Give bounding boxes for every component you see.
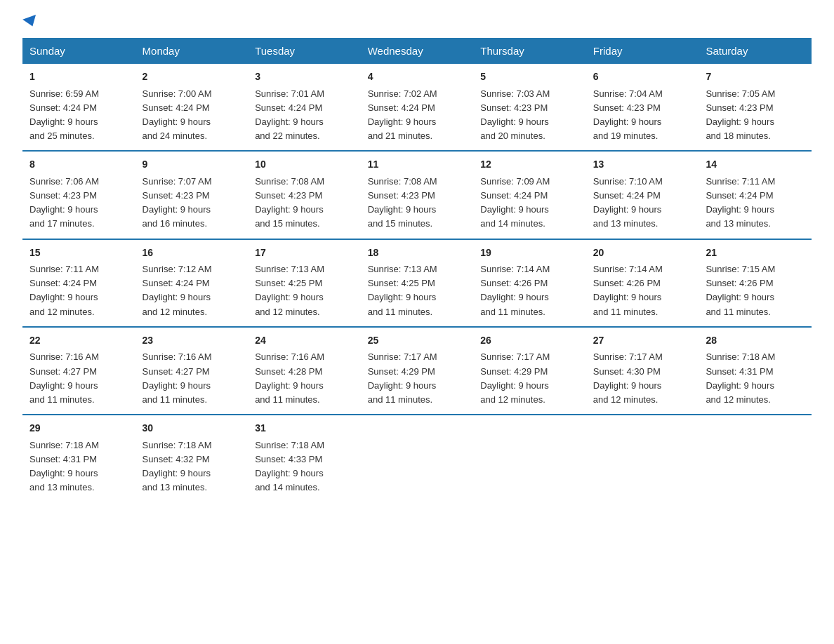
logo (22, 17, 39, 25)
day-header-wednesday: Wednesday (361, 38, 474, 64)
calendar-cell: 28Sunrise: 7:18 AMSunset: 4:31 PMDayligh… (699, 327, 812, 415)
logo-triangle-icon (22, 15, 39, 29)
calendar-table: SundayMondayTuesdayWednesdayThursdayFrid… (22, 38, 812, 502)
day-number: 20 (593, 246, 692, 261)
calendar-cell: 4Sunrise: 7:02 AMSunset: 4:24 PMDaylight… (361, 64, 474, 151)
calendar-cell: 7Sunrise: 7:05 AMSunset: 4:23 PMDaylight… (699, 64, 812, 151)
day-info: Sunrise: 7:10 AMSunset: 4:24 PMDaylight:… (593, 176, 663, 229)
day-number: 17 (255, 246, 354, 261)
day-number: 28 (706, 333, 805, 349)
day-number: 29 (29, 421, 128, 436)
day-header-saturday: Saturday (699, 38, 812, 64)
day-info: Sunrise: 7:08 AMSunset: 4:23 PMDaylight:… (368, 176, 437, 229)
calendar-cell: 5Sunrise: 7:03 AMSunset: 4:23 PMDaylight… (473, 64, 586, 151)
day-number: 8 (29, 157, 128, 173)
day-info: Sunrise: 6:59 AMSunset: 4:24 PMDaylight:… (29, 88, 99, 141)
day-info: Sunrise: 7:13 AMSunset: 4:25 PMDaylight:… (368, 264, 437, 316)
day-info: Sunrise: 7:01 AMSunset: 4:24 PMDaylight:… (255, 88, 324, 141)
calendar-cell: 17Sunrise: 7:13 AMSunset: 4:25 PMDayligh… (248, 239, 361, 327)
day-header-tuesday: Tuesday (248, 38, 361, 64)
day-number: 14 (706, 157, 805, 173)
calendar-cell: 9Sunrise: 7:07 AMSunset: 4:23 PMDaylight… (135, 151, 249, 239)
calendar-header-row: SundayMondayTuesdayWednesdayThursdayFrid… (22, 38, 812, 64)
calendar-cell: 25Sunrise: 7:17 AMSunset: 4:29 PMDayligh… (361, 327, 474, 415)
calendar-week-row: 15Sunrise: 7:11 AMSunset: 4:24 PMDayligh… (22, 239, 812, 327)
calendar-cell: 24Sunrise: 7:16 AMSunset: 4:28 PMDayligh… (248, 327, 361, 415)
day-info: Sunrise: 7:18 AMSunset: 4:31 PMDaylight:… (706, 351, 775, 404)
day-info: Sunrise: 7:18 AMSunset: 4:31 PMDaylight:… (29, 440, 99, 492)
calendar-cell: 15Sunrise: 7:11 AMSunset: 4:24 PMDayligh… (22, 239, 135, 327)
calendar-cell: 14Sunrise: 7:11 AMSunset: 4:24 PMDayligh… (699, 151, 812, 239)
calendar-cell: 19Sunrise: 7:14 AMSunset: 4:26 PMDayligh… (473, 239, 586, 327)
day-number: 26 (480, 333, 579, 349)
day-info: Sunrise: 7:02 AMSunset: 4:24 PMDaylight:… (368, 88, 437, 141)
day-number: 30 (143, 421, 241, 436)
calendar-week-row: 22Sunrise: 7:16 AMSunset: 4:27 PMDayligh… (22, 327, 812, 415)
day-info: Sunrise: 7:17 AMSunset: 4:29 PMDaylight:… (480, 351, 550, 404)
day-number: 3 (255, 69, 354, 85)
calendar-week-row: 29Sunrise: 7:18 AMSunset: 4:31 PMDayligh… (22, 415, 812, 502)
day-number: 16 (143, 246, 241, 261)
day-info: Sunrise: 7:12 AMSunset: 4:24 PMDaylight:… (143, 264, 212, 316)
day-info: Sunrise: 7:17 AMSunset: 4:29 PMDaylight:… (368, 351, 437, 404)
day-info: Sunrise: 7:15 AMSunset: 4:26 PMDaylight:… (706, 264, 775, 316)
day-header-thursday: Thursday (473, 38, 586, 64)
day-info: Sunrise: 7:18 AMSunset: 4:32 PMDaylight:… (143, 440, 212, 492)
day-number: 25 (368, 333, 467, 349)
calendar-cell (473, 415, 586, 502)
day-number: 19 (480, 246, 579, 261)
day-header-friday: Friday (586, 38, 699, 64)
calendar-cell: 23Sunrise: 7:16 AMSunset: 4:27 PMDayligh… (135, 327, 249, 415)
day-header-monday: Monday (135, 38, 249, 64)
calendar-cell: 8Sunrise: 7:06 AMSunset: 4:23 PMDaylight… (22, 151, 135, 239)
day-info: Sunrise: 7:18 AMSunset: 4:33 PMDaylight:… (255, 440, 324, 492)
day-number: 22 (29, 333, 128, 349)
day-number: 18 (368, 246, 467, 261)
calendar-week-row: 8Sunrise: 7:06 AMSunset: 4:23 PMDaylight… (22, 151, 812, 239)
day-info: Sunrise: 7:13 AMSunset: 4:25 PMDaylight:… (255, 264, 324, 316)
day-number: 27 (593, 333, 692, 349)
day-info: Sunrise: 7:16 AMSunset: 4:27 PMDaylight:… (143, 351, 212, 404)
calendar-cell (586, 415, 699, 502)
day-info: Sunrise: 7:03 AMSunset: 4:23 PMDaylight:… (480, 88, 550, 141)
day-info: Sunrise: 7:17 AMSunset: 4:30 PMDaylight:… (593, 351, 663, 404)
calendar-cell: 1Sunrise: 6:59 AMSunset: 4:24 PMDaylight… (22, 64, 135, 151)
day-number: 15 (29, 246, 128, 261)
day-info: Sunrise: 7:14 AMSunset: 4:26 PMDaylight:… (480, 264, 550, 316)
calendar-cell: 18Sunrise: 7:13 AMSunset: 4:25 PMDayligh… (361, 239, 474, 327)
day-info: Sunrise: 7:11 AMSunset: 4:24 PMDaylight:… (706, 176, 775, 229)
day-number: 5 (480, 69, 579, 85)
calendar-cell: 16Sunrise: 7:12 AMSunset: 4:24 PMDayligh… (135, 239, 249, 327)
day-info: Sunrise: 7:04 AMSunset: 4:23 PMDaylight:… (593, 88, 663, 141)
day-number: 2 (143, 69, 241, 85)
calendar-week-row: 1Sunrise: 6:59 AMSunset: 4:24 PMDaylight… (22, 64, 812, 151)
day-number: 7 (706, 69, 805, 85)
calendar-cell: 12Sunrise: 7:09 AMSunset: 4:24 PMDayligh… (473, 151, 586, 239)
day-number: 31 (255, 421, 354, 436)
day-info: Sunrise: 7:16 AMSunset: 4:28 PMDaylight:… (255, 351, 324, 404)
calendar-cell: 31Sunrise: 7:18 AMSunset: 4:33 PMDayligh… (248, 415, 361, 502)
calendar-cell: 27Sunrise: 7:17 AMSunset: 4:30 PMDayligh… (586, 327, 699, 415)
day-number: 23 (143, 333, 241, 349)
day-number: 6 (593, 69, 692, 85)
calendar-cell: 11Sunrise: 7:08 AMSunset: 4:23 PMDayligh… (361, 151, 474, 239)
day-number: 10 (255, 157, 354, 173)
calendar-cell (699, 415, 812, 502)
day-number: 24 (255, 333, 354, 349)
day-info: Sunrise: 7:05 AMSunset: 4:23 PMDaylight:… (706, 88, 775, 141)
calendar-cell: 29Sunrise: 7:18 AMSunset: 4:31 PMDayligh… (22, 415, 135, 502)
calendar-cell: 3Sunrise: 7:01 AMSunset: 4:24 PMDaylight… (248, 64, 361, 151)
day-info: Sunrise: 7:06 AMSunset: 4:23 PMDaylight:… (29, 176, 99, 229)
calendar-cell (361, 415, 474, 502)
day-info: Sunrise: 7:14 AMSunset: 4:26 PMDaylight:… (593, 264, 663, 316)
calendar-cell: 22Sunrise: 7:16 AMSunset: 4:27 PMDayligh… (22, 327, 135, 415)
calendar-cell: 13Sunrise: 7:10 AMSunset: 4:24 PMDayligh… (586, 151, 699, 239)
calendar-cell: 20Sunrise: 7:14 AMSunset: 4:26 PMDayligh… (586, 239, 699, 327)
day-number: 11 (368, 157, 467, 173)
day-number: 1 (29, 69, 128, 85)
day-number: 21 (706, 246, 805, 261)
calendar-cell: 10Sunrise: 7:08 AMSunset: 4:23 PMDayligh… (248, 151, 361, 239)
day-info: Sunrise: 7:00 AMSunset: 4:24 PMDaylight:… (143, 88, 212, 141)
page-header (22, 17, 812, 25)
day-number: 13 (593, 157, 692, 173)
